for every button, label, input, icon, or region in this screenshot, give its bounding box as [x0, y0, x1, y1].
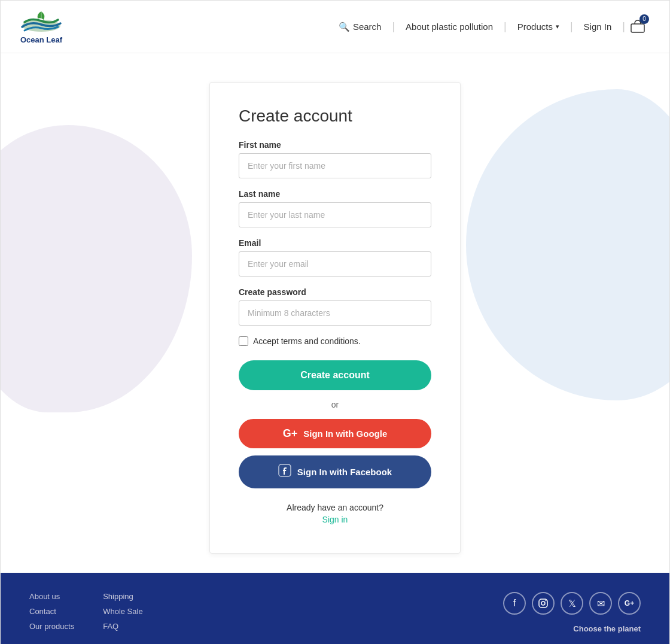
search-icon: 🔍 [339, 22, 350, 32]
cart-badge: 0 [639, 14, 649, 24]
logo[interactable]: Ocean Leaf [20, 9, 63, 44]
footer-col-2: Shipping Whole Sale FAQ [103, 592, 142, 631]
or-divider: or [239, 400, 431, 409]
googleplus-social-icon[interactable]: G+ [618, 592, 641, 615]
blob-left-decoration [1, 125, 192, 412]
main-content: Create account First name Last name Emai… [1, 53, 669, 573]
last-name-group: Last name [239, 189, 431, 227]
terms-label: Accept terms and conditions. [253, 336, 361, 346]
svg-point-5 [541, 602, 545, 605]
footer-link-wholesale[interactable]: Whole Sale [103, 607, 142, 616]
about-nav-item[interactable]: About plastic pollution [395, 22, 504, 32]
footer-link-faq[interactable]: FAQ [103, 622, 142, 631]
cart-button[interactable]: 0 [625, 18, 650, 36]
page-wrapper: Ocean Leaf 🔍 Search | About plastic poll… [0, 0, 670, 644]
svg-rect-2 [631, 24, 644, 32]
signin-nav-item[interactable]: Sign In [573, 22, 623, 32]
email-group: Email [239, 238, 431, 277]
email-input[interactable] [239, 251, 431, 277]
footer-tagline: Choose the planet [573, 624, 641, 633]
logo-icon [20, 9, 63, 34]
last-name-input[interactable] [239, 202, 431, 227]
create-account-card: Create account First name Last name Emai… [209, 82, 461, 554]
logo-text: Ocean Leaf [20, 35, 62, 44]
footer-link-shipping[interactable]: Shipping [103, 592, 142, 601]
footer-link-our-products[interactable]: Our products [29, 622, 74, 631]
first-name-label: First name [239, 140, 431, 150]
products-nav-item[interactable]: Products ▾ [507, 22, 570, 32]
footer-link-contact[interactable]: Contact [29, 607, 74, 616]
footer-links: About us Contact Our products Shipping W… [29, 592, 143, 631]
terms-row: Accept terms and conditions. [239, 336, 431, 346]
first-name-input[interactable] [239, 153, 431, 178]
main-nav: 🔍 Search | About plastic pollution | Pro… [328, 18, 650, 36]
signin-link[interactable]: Sign in [239, 515, 431, 524]
footer-col-1: About us Contact Our products [29, 592, 74, 631]
twitter-social-icon[interactable]: 𝕏 [561, 592, 583, 615]
email-label: Email [239, 238, 431, 248]
password-input[interactable] [239, 300, 431, 326]
footer-link-about-us[interactable]: About us [29, 592, 74, 601]
signin-prompt: Already have an account? Sign in [239, 503, 431, 524]
blob-right-decoration [466, 89, 669, 400]
terms-checkbox[interactable] [239, 336, 248, 346]
password-group: Create password [239, 287, 431, 326]
instagram-social-icon[interactable] [532, 592, 555, 615]
email-social-icon[interactable]: ✉ [589, 592, 612, 615]
facebook-social-icon[interactable]: f [503, 592, 526, 615]
last-name-label: Last name [239, 189, 431, 199]
facebook-icon [278, 464, 291, 480]
header: Ocean Leaf 🔍 Search | About plastic poll… [1, 1, 669, 53]
social-icons: f 𝕏 ✉ G+ [503, 592, 641, 615]
google-icon: G+ [283, 427, 298, 440]
sign-in-google-button[interactable]: G+ Sign In with Google [239, 419, 431, 448]
products-chevron-icon: ▾ [556, 23, 559, 31]
create-account-button[interactable]: Create account [239, 360, 431, 390]
svg-point-6 [546, 600, 547, 602]
footer-right: f 𝕏 ✉ G+ Choose the planet [503, 592, 641, 633]
sign-in-facebook-button[interactable]: Sign In with Facebook [239, 455, 431, 488]
form-title: Create account [239, 107, 431, 126]
footer: About us Contact Our products Shipping W… [1, 573, 669, 644]
search-nav-item[interactable]: 🔍 Search [328, 22, 392, 32]
first-name-group: First name [239, 140, 431, 178]
password-label: Create password [239, 287, 431, 297]
